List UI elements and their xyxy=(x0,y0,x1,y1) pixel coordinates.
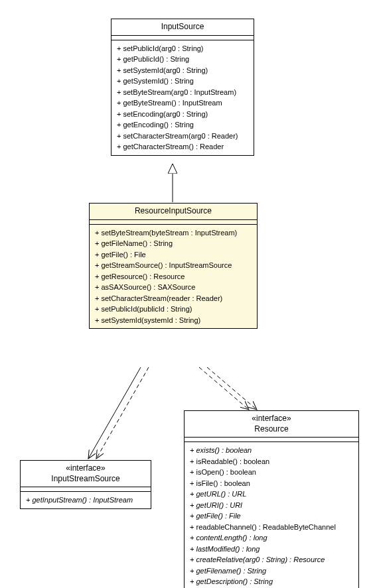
operation: + getResource() : Resource xyxy=(95,271,252,282)
operation: + readableChannel() : ReadableByteChanne… xyxy=(190,522,353,533)
operation: + getURI() : URI xyxy=(190,500,353,511)
operation: + getDescription() : String xyxy=(190,576,353,587)
operation: + getURL() : URL xyxy=(190,489,353,500)
operation: + setSystemId(arg0 : String) xyxy=(117,65,248,76)
operation: + isOpen() : boolean xyxy=(190,467,353,478)
operation: + getFile() : File xyxy=(190,510,353,522)
interface-input-stream-source: «interface»InputStreamSource + getInputS… xyxy=(20,460,151,509)
operation: + setCharacterStream(reader : Reader) xyxy=(95,293,252,304)
operations-compartment: + exists() : boolean+ isReadable() : boo… xyxy=(185,442,358,588)
interface-resource: «interface»Resource + exists() : boolean… xyxy=(184,410,359,588)
operation: + exists() : boolean xyxy=(190,445,353,456)
operation: + getSystemId() : String xyxy=(117,76,248,87)
operation: + getPublicId() : String xyxy=(117,54,248,65)
operation: + setCharacterStream(arg0 : Reader) xyxy=(117,131,248,142)
operation: + getByteStream() : InputStream xyxy=(117,97,248,109)
class-name: «interface»InputStreamSource xyxy=(21,461,151,487)
class-name: «interface»Resource xyxy=(185,411,358,438)
svg-line-4 xyxy=(207,367,257,410)
operation: + getStreamSource() : InputStreamSource xyxy=(95,260,252,271)
operation: + setByteStream(arg0 : InputStream) xyxy=(117,87,248,98)
operations-compartment: + setByteStream(byteStream : InputStream… xyxy=(90,225,257,329)
operation: + getFileName() : String xyxy=(95,238,252,249)
operations-compartment: + getInputStream() : InputStream xyxy=(21,492,151,508)
operation: + getCharacterStream() : Reader xyxy=(117,141,248,152)
operations-compartment: + setPublicId(arg0 : String)+ getPublicI… xyxy=(112,40,254,155)
operation: + setPublicId(arg0 : String) xyxy=(117,43,248,54)
class-name: InputSource xyxy=(112,19,254,36)
class-resource-input-source: ResourceInputSource + setByteStream(byte… xyxy=(89,203,258,329)
operation: + isReadable() : boolean xyxy=(190,456,353,467)
operation: + isFile() : boolean xyxy=(190,478,353,489)
operation: + getEncoding() : String xyxy=(117,119,248,131)
operation: + getInputStream() : InputStream xyxy=(26,495,145,506)
attributes-compartment xyxy=(21,487,151,492)
operation: + getFile() : File xyxy=(95,249,252,261)
class-name: ResourceInputSource xyxy=(90,204,257,220)
class-input-source: InputSource + setPublicId(arg0 : String)… xyxy=(111,19,254,156)
operation: + setEncoding(arg0 : String) xyxy=(117,109,248,120)
operation: + getFilename() : String xyxy=(190,565,353,577)
attributes-compartment xyxy=(185,438,358,442)
attributes-compartment xyxy=(112,36,254,40)
operation: + createRelative(arg0 : String) : Resour… xyxy=(190,554,353,565)
svg-line-3 xyxy=(199,367,249,410)
operation: + setSystemId(systemId : String) xyxy=(95,315,252,326)
svg-line-1 xyxy=(88,367,141,459)
operation: + lastModified() : long xyxy=(190,544,353,555)
operation: + setByteStream(byteStream : InputStream… xyxy=(95,227,252,239)
svg-line-2 xyxy=(96,367,149,459)
attributes-compartment xyxy=(90,220,257,225)
operation: + contentLength() : long xyxy=(190,532,353,544)
operation: + setPublicId(publicId : String) xyxy=(95,304,252,315)
operation: + asSAXSource() : SAXSource xyxy=(95,282,252,293)
